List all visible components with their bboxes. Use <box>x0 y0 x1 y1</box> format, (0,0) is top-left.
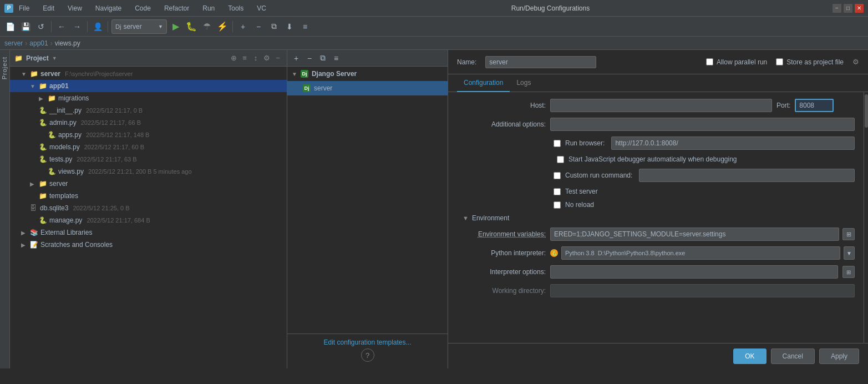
env-vars-input[interactable] <box>550 228 839 241</box>
no-reload-checkbox[interactable] <box>554 201 561 209</box>
toolbar-download-button[interactable]: ⬇ <box>283 20 296 33</box>
tree-item-server-root[interactable]: ▼ 📁 server F:\synchro\Project\server <box>10 68 287 80</box>
env-browse-button[interactable]: ⊞ <box>842 228 855 240</box>
toolbar-forward-button[interactable]: → <box>70 20 84 33</box>
run-config-dropdown[interactable]: Dj server ▼ <box>111 19 167 34</box>
minimize-panel-icon[interactable]: − <box>273 54 282 63</box>
menu-view[interactable]: View <box>65 3 84 13</box>
menu-file[interactable]: File <box>17 3 32 13</box>
dropdown-icon[interactable]: ▼ <box>52 55 57 61</box>
coverage-button[interactable]: ☂ <box>200 20 214 33</box>
menu-refactor[interactable]: Refactor <box>162 3 191 13</box>
edit-templates-link[interactable]: Edit configuration templates... <box>323 338 411 346</box>
tab-configuration[interactable]: Configuration <box>457 74 510 92</box>
menu-run[interactable]: Run <box>200 3 217 13</box>
folder-icon: 📁 <box>48 94 56 102</box>
collapse-all-icon[interactable]: ≡ <box>240 54 249 63</box>
port-input[interactable] <box>795 99 834 112</box>
minimize-button[interactable]: − <box>833 4 841 13</box>
settings-gear-icon[interactable]: ⚙ <box>262 54 271 63</box>
tree-label: tests.py <box>49 155 72 163</box>
menu-tools[interactable]: Tools <box>226 3 246 13</box>
toolbar-copy-button[interactable]: ⧉ <box>267 20 281 33</box>
tree-item-apps[interactable]: ▶ 🐍 apps.py 2022/5/12 21:17, 148 B <box>10 129 287 141</box>
tree-item-db[interactable]: 🗄 db.sqlite3 2022/5/12 21:25, 0 B <box>10 202 287 214</box>
allow-parallel-run-label[interactable]: Allow parallel run <box>706 58 767 66</box>
add-config-button[interactable]: + <box>291 53 302 64</box>
toolbar-save-button[interactable]: 💾 <box>19 20 32 33</box>
store-settings-icon[interactable]: ⚙ <box>852 58 859 66</box>
environment-section-header[interactable]: ▼ Environment <box>463 214 855 222</box>
custom-run-command-checkbox[interactable] <box>554 172 561 179</box>
run-button[interactable]: ▶ <box>169 20 182 33</box>
profile-run-button[interactable]: ⚡ <box>216 20 229 33</box>
tree-item-external-libs[interactable]: ▶ 📚 External Libraries <box>10 226 287 239</box>
name-input[interactable] <box>485 56 596 68</box>
sort-config-button[interactable]: ≡ <box>331 53 342 64</box>
tree-item-init[interactable]: 🐍 __init__.py 2022/5/12 21:17, 0 B <box>10 104 287 117</box>
tree-item-models[interactable]: 🐍 models.py 2022/5/12 21:17, 60 B <box>10 141 287 153</box>
store-as-project-file-checkbox[interactable] <box>776 58 783 65</box>
db-file-icon: 🗄 <box>30 204 38 212</box>
js-debugger-checkbox[interactable] <box>557 156 564 163</box>
file-meta: F:\synchro\Project\server <box>65 70 133 77</box>
tree-item-server-sub[interactable]: ▶ 📁 server <box>10 178 287 190</box>
breadcrumb-app01[interactable]: app01 <box>29 39 48 47</box>
additional-options-row: Additional options: <box>457 118 855 131</box>
help-button[interactable]: ? <box>361 348 374 362</box>
tree-label: External Libraries <box>40 229 92 236</box>
sort-icon[interactable]: ↕ <box>251 54 260 63</box>
menu-edit[interactable]: Edit <box>40 3 57 13</box>
interpreter-dropdown-button[interactable]: ▼ <box>844 246 855 260</box>
tree-item-migrations[interactable]: ▶ 📁 migrations <box>10 92 287 104</box>
toolbar-back-button[interactable]: ← <box>55 20 68 33</box>
custom-run-command-input[interactable] <box>639 169 855 182</box>
toolbar-add-button[interactable]: + <box>236 20 250 33</box>
arrow-right-icon: ▶ <box>21 230 28 236</box>
project-tab-label[interactable]: Project <box>0 54 9 82</box>
tree-item-app01[interactable]: ▼ 📁 app01 <box>10 80 287 92</box>
maximize-button[interactable]: □ <box>844 4 852 13</box>
cancel-button[interactable]: Cancel <box>771 348 815 364</box>
main-layout: Project 📁 Project ▼ ⊕ ≡ ↕ ⚙ − ▼ 📁 server <box>0 50 868 368</box>
tree-item-scratches[interactable]: ▶ 📝 Scratches and Consoles <box>10 239 287 251</box>
toolbar-new-button[interactable]: 📄 <box>3 20 17 33</box>
toolbar-profile-button[interactable]: 👤 <box>91 20 104 33</box>
remove-config-button[interactable]: − <box>304 53 315 64</box>
interpreter-options-input[interactable] <box>550 265 838 279</box>
run-browser-input[interactable] <box>611 137 855 150</box>
right-scrollbar[interactable] <box>864 92 868 343</box>
run-browser-checkbox[interactable] <box>554 140 561 147</box>
interpreter-options-expand-button[interactable]: ⊞ <box>842 266 855 278</box>
toolbar-sort-button[interactable]: ≡ <box>298 20 312 33</box>
tab-logs[interactable]: Logs <box>510 74 537 92</box>
tree-item-templates[interactable]: ▶ 📁 templates <box>10 190 287 202</box>
test-server-checkbox[interactable] <box>554 188 561 195</box>
allow-parallel-run-checkbox[interactable] <box>706 58 713 65</box>
debug-button[interactable]: 🐛 <box>185 20 198 33</box>
breadcrumb-server[interactable]: server <box>4 39 23 47</box>
working-directory-input[interactable] <box>550 284 855 297</box>
tree-item-tests[interactable]: 🐍 tests.py 2022/5/12 21:17, 63 B <box>10 153 287 165</box>
toolbar-minus-button[interactable]: − <box>252 20 265 33</box>
copy-config-button[interactable]: ⧉ <box>317 53 328 64</box>
python-interpreter-input[interactable] <box>561 246 840 260</box>
menu-code[interactable]: Code <box>133 3 153 13</box>
menu-vc[interactable]: VC <box>255 3 268 13</box>
tree-item-views[interactable]: ▶ 🐍 views.py 2022/5/12 21:21, 200 B 5 mi… <box>10 165 287 178</box>
store-as-project-file-label[interactable]: Store as project file <box>776 58 844 66</box>
interpreter-row: 🐍 ▼ <box>550 246 855 260</box>
config-group-django-server[interactable]: ▼ Dj Django Server <box>287 67 448 81</box>
ok-button[interactable]: OK <box>733 348 766 364</box>
close-button[interactable]: ✕ <box>855 4 864 13</box>
config-item-server[interactable]: Dj server <box>287 81 448 95</box>
locate-icon[interactable]: ⊕ <box>229 54 238 63</box>
project-title-text: Project <box>26 54 49 62</box>
additional-options-input[interactable] <box>550 118 855 131</box>
tree-item-manage[interactable]: ▶ 🐍 manage.py 2022/5/12 21:17, 684 B <box>10 214 287 226</box>
menu-navigate[interactable]: Navigate <box>93 3 124 13</box>
apply-button[interactable]: Apply <box>819 348 859 364</box>
host-input[interactable] <box>550 99 772 112</box>
toolbar-refresh-button[interactable]: ↺ <box>34 20 48 33</box>
tree-item-admin[interactable]: 🐍 admin.py 2022/5/12 21:17, 66 B <box>10 117 287 129</box>
